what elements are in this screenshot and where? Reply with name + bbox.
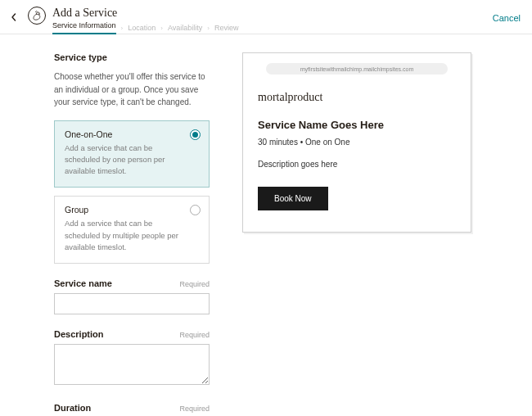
book-now-button[interactable]: Book Now xyxy=(258,187,328,210)
service-name-input[interactable] xyxy=(54,293,210,314)
breadcrumb-review: Review xyxy=(214,24,239,32)
radio-icon xyxy=(190,205,201,215)
service-type-title: Service type xyxy=(54,52,210,62)
breadcrumb: Service Information › Location › Availab… xyxy=(52,21,238,34)
header-left: Add a Service Service Information › Loca… xyxy=(7,5,238,34)
option-description: Add a service that can be scheduled by o… xyxy=(65,142,184,178)
description-label: Description xyxy=(54,329,104,339)
duration-label: Duration xyxy=(54,403,91,413)
service-name-field-row: Service name Required xyxy=(54,278,210,288)
preview-service-meta: 30 minutes • One on One xyxy=(258,138,456,147)
required-label: Required xyxy=(179,405,210,413)
preview-service-name: Service Name Goes Here xyxy=(258,119,456,131)
required-label: Required xyxy=(179,331,210,339)
required-label: Required xyxy=(179,280,210,288)
preview-url-bar: myfirstsitewithmailchimp.mailchimpsites.… xyxy=(266,63,448,75)
service-type-one-on-one[interactable]: One-on-One Add a service that can be sch… xyxy=(54,120,210,188)
chevron-right-icon: › xyxy=(207,25,210,32)
duration-field-row: Duration Required xyxy=(54,403,210,413)
main-content: Service type Choose whether you'll offer… xyxy=(0,34,532,416)
breadcrumb-service-information[interactable]: Service Information xyxy=(52,21,116,34)
preview-card: myfirstsitewithmailchimp.mailchimpsites.… xyxy=(242,52,471,233)
service-name-label: Service name xyxy=(54,278,112,288)
form-column: Service type Choose whether you'll offer… xyxy=(54,52,210,416)
back-button[interactable] xyxy=(7,10,21,25)
title-block: Add a Service Service Information › Loca… xyxy=(52,7,238,34)
chevron-right-icon: › xyxy=(160,25,163,32)
description-input[interactable] xyxy=(54,344,210,385)
cancel-link[interactable]: Cancel xyxy=(493,13,521,23)
service-type-description: Choose whether you'll offer this service… xyxy=(54,70,210,109)
option-title: Group xyxy=(65,205,184,215)
page-title: Add a Service xyxy=(52,7,238,20)
mailchimp-logo-icon xyxy=(28,7,46,25)
page-header: Add a Service Service Information › Loca… xyxy=(0,0,532,34)
option-description: Add a service that can be scheduled by m… xyxy=(65,218,184,253)
breadcrumb-availability: Availability xyxy=(168,24,202,32)
preview-brand: mortalproduct xyxy=(258,91,456,104)
preview-column: myfirstsitewithmailchimp.mailchimpsites.… xyxy=(242,52,516,416)
service-type-group[interactable]: Group Add a service that can be schedule… xyxy=(54,196,210,264)
preview-service-description: Description goes here xyxy=(258,160,456,169)
chevron-left-icon xyxy=(10,13,18,21)
radio-icon xyxy=(190,129,201,140)
description-field-row: Description Required xyxy=(54,329,210,339)
chevron-right-icon: › xyxy=(121,25,124,32)
option-title: One-on-One xyxy=(65,129,184,139)
breadcrumb-location: Location xyxy=(128,24,156,32)
